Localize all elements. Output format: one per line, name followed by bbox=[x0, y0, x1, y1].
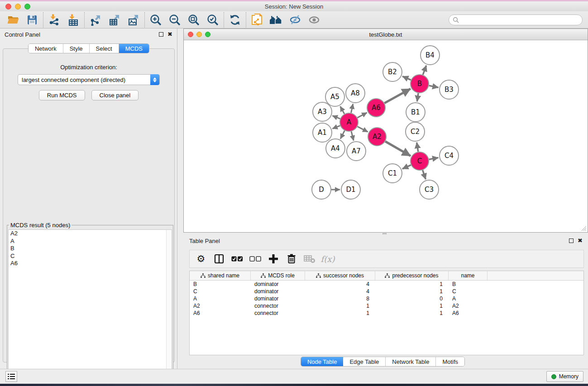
graph-edge-A-A7[interactable] bbox=[351, 131, 354, 140]
graph-edge-B-B2[interactable] bbox=[402, 76, 411, 80]
table-row[interactable]: B dominator 4 1 B bbox=[190, 281, 583, 288]
cell-shared-name[interactable]: A bbox=[190, 295, 251, 302]
function-builder-button[interactable]: f(x) bbox=[321, 252, 335, 266]
network-window-titlebar[interactable]: testGlobe.txt bbox=[184, 29, 588, 40]
search-field[interactable] bbox=[449, 14, 583, 25]
cell-name[interactable]: C bbox=[449, 288, 488, 295]
save-session-button[interactable] bbox=[23, 12, 42, 28]
list-scrollbar[interactable] bbox=[166, 230, 172, 376]
search-input[interactable] bbox=[459, 15, 582, 24]
cell-shared-name[interactable]: A2 bbox=[190, 303, 251, 309]
close-panel-icon[interactable]: ✖ bbox=[167, 32, 172, 37]
tab-select[interactable]: Select bbox=[90, 44, 119, 53]
graph-edge-B-B4[interactable] bbox=[423, 66, 426, 75]
graph-edge-C-C3[interactable] bbox=[423, 170, 426, 179]
table-row[interactable]: A dominator 8 0 A bbox=[190, 295, 583, 302]
graph-edge-A-A1[interactable] bbox=[332, 126, 340, 129]
show-all-views-button[interactable] bbox=[267, 12, 286, 28]
tab-network[interactable]: Network bbox=[29, 44, 63, 53]
cell-successor-nodes[interactable]: 8 bbox=[305, 295, 375, 302]
cell-predecessor-nodes[interactable]: 0 bbox=[375, 295, 449, 302]
cell-mcds-role[interactable]: dominator bbox=[251, 281, 305, 287]
graph-edge-A-A3[interactable] bbox=[332, 116, 340, 119]
tab-style[interactable]: Style bbox=[63, 44, 90, 53]
cell-name[interactable]: A2 bbox=[449, 303, 488, 309]
criterion-select[interactable]: largest connected component (directed) bbox=[18, 74, 160, 85]
table-row[interactable]: C dominator 4 1 C bbox=[190, 288, 583, 295]
table-row[interactable]: A2 connector 1 1 A2 bbox=[190, 302, 583, 310]
list-item[interactable]: A2 bbox=[9, 230, 172, 238]
memory-button[interactable]: Memory bbox=[546, 371, 583, 382]
list-item[interactable]: A bbox=[9, 238, 172, 245]
mcds-result-list[interactable]: A2 A B C A6 bbox=[8, 229, 172, 376]
list-item[interactable]: B bbox=[9, 245, 172, 253]
cell-name[interactable]: B bbox=[449, 281, 488, 287]
graph-edge-A-A2[interactable] bbox=[358, 127, 368, 132]
tab-edge-table[interactable]: Edge Table bbox=[343, 357, 386, 366]
delete-column-button[interactable] bbox=[285, 252, 298, 266]
import-network-button[interactable] bbox=[45, 12, 64, 28]
graph-edge-A-A6[interactable] bbox=[358, 113, 367, 118]
open-session-button[interactable] bbox=[4, 12, 23, 28]
select-all-button[interactable] bbox=[230, 252, 244, 266]
graph-edge-B-B1[interactable] bbox=[417, 93, 418, 101]
cell-mcds-role[interactable]: dominator bbox=[251, 288, 305, 295]
cell-successor-nodes[interactable]: 1 bbox=[305, 303, 375, 309]
tab-motifs[interactable]: Motifs bbox=[436, 357, 464, 366]
network-canvas[interactable]: AA1A3A4A5A6A7A8A2BB1B2B3B4CC1C2C3C4DD1 bbox=[184, 40, 588, 232]
zoom-fit-button[interactable] bbox=[184, 12, 203, 28]
close-panel-icon[interactable]: ✖ bbox=[578, 238, 583, 243]
tab-mcds[interactable]: MCDS bbox=[119, 44, 149, 53]
show-graphics-details-button[interactable] bbox=[305, 12, 324, 28]
list-item[interactable]: A6 bbox=[9, 260, 172, 267]
cell-mcds-role[interactable]: connector bbox=[251, 310, 305, 316]
graph-edge-A6-B[interactable] bbox=[384, 89, 410, 103]
cell-successor-nodes[interactable]: 4 bbox=[305, 288, 375, 295]
delete-table-button[interactable] bbox=[303, 252, 316, 266]
graph-edge-C-C2[interactable] bbox=[417, 143, 418, 152]
cell-mcds-role[interactable]: dominator bbox=[251, 295, 305, 302]
tab-network-table[interactable]: Network Table bbox=[386, 357, 436, 366]
table-settings-button[interactable]: ⚙ bbox=[194, 252, 208, 266]
cell-mcds-role[interactable]: connector bbox=[251, 303, 305, 309]
cell-predecessor-nodes[interactable]: 1 bbox=[375, 288, 449, 295]
tab-node-table[interactable]: Node Table bbox=[301, 357, 344, 366]
cell-shared-name[interactable]: A6 bbox=[190, 310, 251, 316]
graph-edge-B-B3[interactable] bbox=[429, 86, 439, 87]
graph-edge-C-C1[interactable] bbox=[402, 165, 411, 169]
column-header-mcds-role[interactable]: MCDS role bbox=[251, 271, 305, 280]
column-header-predecessor-nodes[interactable]: predecessor nodes bbox=[375, 271, 449, 280]
cell-name[interactable]: A bbox=[449, 295, 488, 302]
export-image-button[interactable] bbox=[124, 12, 143, 28]
add-column-button[interactable] bbox=[267, 252, 280, 266]
graph-edge-A-A5[interactable] bbox=[340, 106, 344, 114]
graph-edge-A-A8[interactable] bbox=[351, 104, 353, 113]
zoom-selected-button[interactable] bbox=[203, 12, 222, 28]
list-item[interactable]: C bbox=[9, 253, 172, 260]
column-header-name[interactable]: name bbox=[449, 271, 488, 280]
cell-shared-name[interactable]: B bbox=[190, 281, 251, 287]
cell-predecessor-nodes[interactable]: 1 bbox=[375, 303, 449, 309]
graph-edge-A2-C[interactable] bbox=[385, 141, 411, 156]
import-table-button[interactable] bbox=[64, 12, 83, 28]
resize-grip-icon[interactable] bbox=[580, 225, 587, 231]
cell-name[interactable]: A6 bbox=[449, 310, 488, 316]
cell-successor-nodes[interactable]: 4 bbox=[305, 281, 375, 287]
export-table-button[interactable] bbox=[105, 12, 124, 28]
deselect-all-button[interactable] bbox=[249, 252, 262, 266]
column-header-shared-name[interactable]: shared name bbox=[190, 271, 251, 280]
zoom-out-button[interactable] bbox=[165, 12, 184, 28]
float-panel-icon[interactable] bbox=[569, 238, 574, 243]
graph-edge-A-A4[interactable] bbox=[340, 131, 344, 139]
hide-graphics-details-button[interactable] bbox=[286, 12, 305, 28]
column-header-successor-nodes[interactable]: successor nodes bbox=[305, 271, 375, 280]
new-network-from-file-button[interactable] bbox=[248, 12, 267, 28]
cell-shared-name[interactable]: C bbox=[190, 288, 251, 295]
table-row[interactable]: A6 connector 1 1 A6 bbox=[190, 310, 583, 317]
graph-edge-C-C4[interactable] bbox=[429, 157, 439, 159]
apply-layout-button[interactable] bbox=[225, 12, 244, 28]
task-history-button[interactable] bbox=[5, 371, 17, 382]
export-network-button[interactable] bbox=[86, 12, 105, 28]
cell-predecessor-nodes[interactable]: 1 bbox=[375, 310, 449, 316]
show-columns-button[interactable] bbox=[212, 252, 226, 266]
